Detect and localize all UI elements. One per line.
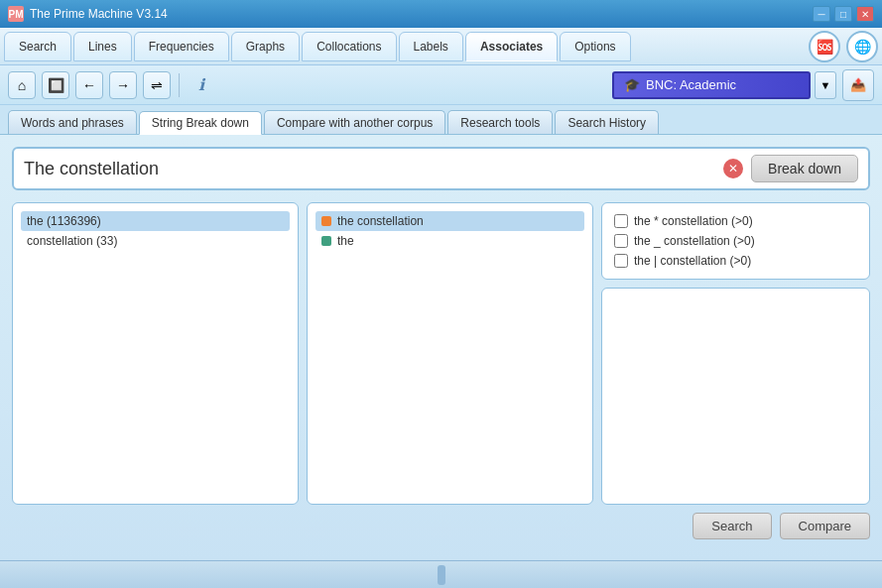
- corpus-selector: 🎓 BNC: Academic ▼: [612, 71, 836, 99]
- window-controls: ─ □ ✕: [813, 6, 874, 22]
- search-input[interactable]: The constellation: [24, 159, 715, 179]
- menu-tab-options[interactable]: Options: [560, 32, 630, 61]
- search-row: The constellation ✕ Break down: [12, 147, 870, 190]
- toolbar: ⌂ 🔲 ← → ⇌ ℹ 🎓 BNC: Academic ▼ 📤: [0, 65, 882, 105]
- bottom-bar: Search Compare: [12, 513, 870, 539]
- web-icon[interactable]: 🌐: [846, 31, 878, 62]
- clear-button[interactable]: ✕: [723, 159, 743, 178]
- menu-tab-graphs[interactable]: Graphs: [231, 32, 300, 61]
- corpus-icon: 🎓: [624, 77, 640, 92]
- orange-dot-icon: [321, 216, 331, 226]
- list-item[interactable]: the (1136396): [21, 211, 290, 231]
- right-panel-bottom: [601, 288, 870, 505]
- menu-tab-lines[interactable]: Lines: [73, 32, 132, 61]
- breakdown-button[interactable]: Break down: [751, 155, 858, 182]
- sub-tabs: Words and phrases String Break down Comp…: [0, 105, 882, 135]
- status-bar: [0, 560, 882, 588]
- menu-tab-search[interactable]: Search: [4, 32, 71, 61]
- maximize-button[interactable]: □: [834, 6, 852, 22]
- menu-tab-labels[interactable]: Labels: [399, 32, 463, 61]
- checkbox-3[interactable]: [614, 254, 628, 268]
- menu-tab-icons: 🆘 🌐: [809, 31, 878, 62]
- view-button[interactable]: 🔲: [42, 71, 69, 99]
- info-button[interactable]: ℹ: [188, 71, 215, 99]
- compare-button[interactable]: ⇌: [143, 71, 171, 99]
- left-panel[interactable]: the (1136396) constellation (33): [12, 202, 299, 505]
- checkbox-item-3[interactable]: the | constellation (>0): [610, 251, 861, 271]
- list-item[interactable]: the: [315, 231, 584, 251]
- corpus-box[interactable]: 🎓 BNC: Academic: [612, 71, 811, 99]
- search-button[interactable]: Search: [693, 513, 771, 539]
- subtab-compare-corpus[interactable]: Compare with another corpus: [264, 110, 445, 134]
- compare-button[interactable]: Compare: [780, 513, 870, 539]
- corpus-label: BNC: Academic: [646, 77, 736, 92]
- close-button[interactable]: ✕: [856, 6, 874, 22]
- list-item[interactable]: constellation (33): [21, 231, 290, 251]
- home-button[interactable]: ⌂: [8, 71, 36, 99]
- checkbox-1[interactable]: [614, 214, 628, 228]
- checkbox-2[interactable]: [614, 234, 628, 248]
- subtab-words-phrases[interactable]: Words and phrases: [8, 110, 137, 134]
- export-button[interactable]: 📤: [842, 69, 874, 101]
- corpus-dropdown[interactable]: ▼: [815, 71, 836, 99]
- title-bar: PM The Prime Machine V3.14 ─ □ ✕: [0, 0, 882, 28]
- list-item[interactable]: the constellation: [315, 211, 584, 231]
- forward-button[interactable]: →: [109, 71, 137, 99]
- app-icon: PM: [8, 6, 24, 22]
- separator: [179, 73, 180, 97]
- help-icon[interactable]: 🆘: [809, 31, 840, 62]
- right-panel-wrapper: the * constellation (>0) the _ constella…: [601, 202, 870, 505]
- subtab-string-breakdown[interactable]: String Break down: [139, 111, 262, 135]
- panels: the (1136396) constellation (33) the con…: [12, 202, 870, 505]
- subtab-research-tools[interactable]: Research tools: [447, 110, 553, 134]
- middle-panel[interactable]: the constellation the: [307, 202, 593, 505]
- right-panel-top: the * constellation (>0) the _ constella…: [601, 202, 870, 280]
- menu-bar: Search Lines Frequencies Graphs Collocat…: [0, 28, 882, 65]
- menu-tab-frequencies[interactable]: Frequencies: [134, 32, 229, 61]
- menu-tab-collocations[interactable]: Collocations: [302, 32, 396, 61]
- checkbox-item-1[interactable]: the * constellation (>0): [610, 211, 861, 231]
- checkbox-item-2[interactable]: the _ constellation (>0): [610, 231, 861, 251]
- minimize-button[interactable]: ─: [813, 6, 830, 22]
- scrollbar-thumb[interactable]: [438, 565, 445, 585]
- menu-tab-associates[interactable]: Associates: [465, 32, 558, 61]
- main-content: The constellation ✕ Break down the (1136…: [0, 135, 882, 560]
- window-title: The Prime Machine V3.14: [30, 7, 813, 21]
- teal-dot-icon: [321, 236, 331, 246]
- back-button[interactable]: ←: [75, 71, 103, 99]
- subtab-search-history[interactable]: Search History: [555, 110, 659, 134]
